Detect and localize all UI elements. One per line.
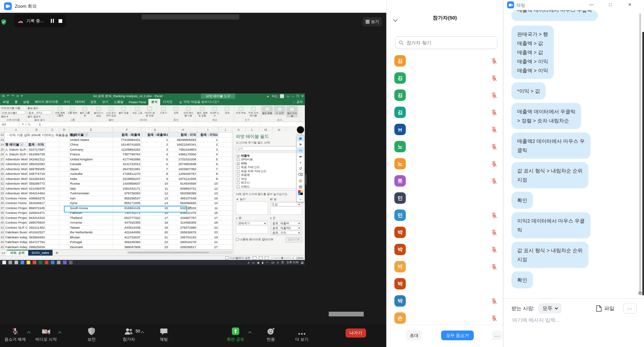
- grid-cell[interactable]: 393694693: [28, 235, 46, 240]
- display-settings[interactable]: 디스플레이 설정: [225, 256, 250, 260]
- grid-cell[interactable]: 205039517: [169, 245, 197, 250]
- grid-cell[interactable]: [219, 191, 232, 196]
- grid-cell[interactable]: Fabrikam Indepen: [5, 235, 28, 240]
- cursor-icon[interactable]: ➤: [297, 141, 304, 147]
- filter-area[interactable]: [236, 201, 268, 215]
- grid-cell[interactable]: 295704193: [169, 235, 197, 240]
- page-layout-view-icon[interactable]: [259, 257, 262, 260]
- chat-minimize-button[interactable]: —: [587, 1, 596, 9]
- grid-cell[interactable]: Contoso Projector: [5, 210, 28, 216]
- chat-message-input[interactable]: [511, 317, 626, 323]
- grid-cell[interactable]: [59, 147, 69, 152]
- grid-cell[interactable]: the Netherlands: [69, 230, 113, 235]
- grid-cell[interactable]: 합계 : 이익: [28, 142, 46, 147]
- invite-button[interactable]: 초대: [406, 331, 422, 340]
- participants-button[interactable]: 참가자50: [114, 326, 143, 342]
- trash-icon[interactable]: ⌫: [297, 171, 304, 178]
- grid-cell[interactable]: 12: [141, 191, 169, 196]
- grid-cell[interactable]: [59, 201, 69, 206]
- grid-cell[interactable]: Contoso Projector: [5, 206, 28, 211]
- grid-cell[interactable]: Contoso Home Th: [5, 196, 28, 201]
- grid-cell[interactable]: Adventure Works: [5, 162, 28, 167]
- grid-cell[interactable]: India: [69, 177, 113, 182]
- grid-cell[interactable]: 4366170050: [169, 152, 197, 157]
- grid-cell[interactable]: [46, 225, 59, 230]
- ribbon-tab-데이터[interactable]: 데이터: [73, 99, 88, 105]
- grid-cell[interactable]: [219, 230, 232, 235]
- ribbon-button[interactable]: 필드 머리글: [286, 106, 298, 117]
- participant-row[interactable]: 민: [387, 190, 503, 207]
- grid-cell[interactable]: 21: [141, 235, 169, 240]
- ribbon-button[interactable]: 새로 고침: [132, 106, 143, 114]
- grid-cell[interactable]: [219, 240, 232, 245]
- grid-cell[interactable]: 855171935: [113, 201, 141, 206]
- unmute-button[interactable]: 음소거 해제: [1, 326, 30, 342]
- taskbar-app-icon[interactable]: [39, 261, 42, 264]
- participant-row[interactable]: 박: [387, 275, 503, 293]
- grid-cell[interactable]: Turkmenistan: [69, 191, 113, 196]
- grid-cell[interactable]: Adventure Works: [5, 157, 28, 162]
- grid-cell[interactable]: 2: [197, 142, 219, 147]
- grid-cell[interactable]: [46, 216, 59, 221]
- spotlight-icon[interactable]: [297, 126, 304, 133]
- grid-cell[interactable]: 4177492886: [113, 157, 141, 162]
- grid-cell[interactable]: Bhutan: [69, 235, 113, 240]
- grid-cell[interactable]: 285432093: [28, 162, 46, 167]
- ribbon-tab-Power Pivot[interactable]: Power Pivot: [126, 99, 149, 105]
- field-item-판매비용[interactable]: 판매비용: [237, 158, 301, 162]
- fields-search-box[interactable]: 검색⌕: [236, 146, 302, 151]
- grid-cell[interactable]: Syria: [69, 201, 113, 206]
- taskbar-app-icon[interactable]: [14, 261, 18, 264]
- ribbon-tab-도움말[interactable]: 도움말: [111, 99, 126, 105]
- draw-rectangle-icon[interactable]: ▭: [297, 147, 304, 153]
- grid-cell[interactable]: [219, 196, 232, 201]
- ribbon-button[interactable]: 필드, 항목 및 집합: [196, 106, 208, 117]
- taskbar-app-icon[interactable]: [21, 261, 24, 264]
- taskbar-app-icon[interactable]: [63, 261, 67, 264]
- grid-cell[interactable]: Fabrikam Indepen: [5, 240, 28, 245]
- grid-cell[interactable]: [46, 210, 59, 216]
- grid-cell[interactable]: [46, 186, 59, 191]
- grid-cell[interactable]: [59, 220, 69, 225]
- grid-cell[interactable]: [59, 240, 69, 245]
- chevron-up-icon[interactable]: [141, 332, 144, 335]
- grid-cell[interactable]: [59, 177, 69, 182]
- grid-cell[interactable]: Adventure Works: [5, 186, 28, 191]
- grid-cell[interactable]: [59, 171, 69, 177]
- grid-cell[interactable]: 814544569: [169, 181, 197, 186]
- grid-cell[interactable]: 7: [141, 167, 169, 172]
- grid-cell[interactable]: [28, 138, 46, 143]
- grid-cell[interactable]: [59, 157, 69, 162]
- column-header-D[interactable]: D: [59, 127, 69, 132]
- palette-icon[interactable]: [297, 190, 304, 196]
- grid-cell[interactable]: 10: [197, 181, 219, 186]
- grid-cell[interactable]: 27: [197, 245, 219, 250]
- taskbar-app-icon[interactable]: [33, 261, 36, 264]
- chat-button[interactable]: 채팅: [152, 326, 176, 342]
- grid-cell[interactable]: [219, 220, 232, 225]
- stop-recording-button[interactable]: [59, 19, 62, 23]
- ribbon-button[interactable]: 추천 피벗 테이블: [248, 106, 259, 117]
- column-header-A[interactable]: A: [5, 127, 28, 132]
- grid-cell[interactable]: 17: [197, 216, 219, 221]
- value-field[interactable]: 합계 : 매출액2▾: [271, 226, 301, 230]
- eraser-icon[interactable]: ▰: [297, 153, 304, 159]
- zoom-slider[interactable]: −+: [271, 257, 294, 260]
- grid-cell[interactable]: 359298773: [28, 181, 46, 186]
- grid-cell[interactable]: [46, 167, 59, 172]
- grid-cell[interactable]: [219, 216, 232, 221]
- grid-cell[interactable]: 342462312: [28, 157, 46, 162]
- participant-row[interactable]: 김: [387, 70, 503, 87]
- grid-cell[interactable]: [59, 235, 69, 240]
- chevron-up-icon[interactable]: [58, 332, 62, 335]
- grid-cell[interactable]: [219, 225, 232, 230]
- column-header-F[interactable]: F: [113, 127, 141, 132]
- ribbon-tab-페이지 레이아웃[interactable]: 페이지 레이아웃: [32, 99, 61, 105]
- sheet-tab-DATA_sales[interactable]: DATA_sales: [28, 250, 52, 256]
- participant-row[interactable]: 김: [387, 52, 503, 70]
- add-sheet-button[interactable]: ⊕: [56, 251, 58, 255]
- grid-cell[interactable]: 843414315: [28, 216, 46, 221]
- grid-cell[interactable]: 2074903948: [169, 162, 197, 167]
- field-item-제조사[interactable]: 제조사: [237, 181, 301, 185]
- column-header-B[interactable]: B: [28, 127, 46, 132]
